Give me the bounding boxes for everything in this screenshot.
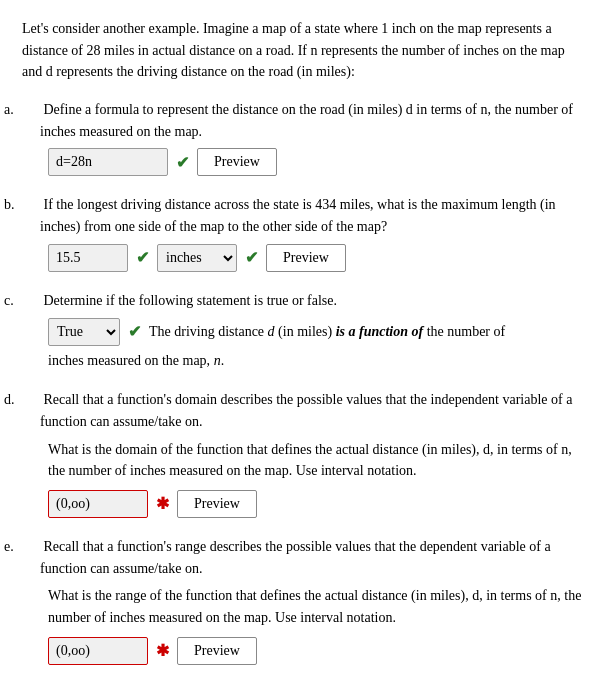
question-c-label: c. Determine if the following statement … bbox=[22, 290, 588, 312]
question-b-input-row: ✔ inches miles feet ✔ Preview bbox=[48, 244, 588, 272]
intro-paragraph: Let's consider another example. Imagine … bbox=[22, 18, 588, 83]
question-d-input[interactable] bbox=[48, 490, 148, 518]
function-phrase: is a function of bbox=[336, 324, 424, 339]
question-a-input[interactable] bbox=[48, 148, 168, 176]
question-d-preview-button[interactable]: Preview bbox=[177, 490, 257, 518]
question-a-input-row: ✔ Preview bbox=[48, 148, 588, 176]
question-d-letter: d. bbox=[22, 389, 40, 411]
question-a-text: Define a formula to represent the distan… bbox=[40, 102, 573, 139]
question-d-input-row: ✱ Preview bbox=[48, 490, 588, 518]
question-b-unit-check-icon: ✔ bbox=[245, 248, 258, 267]
question-b-input[interactable] bbox=[48, 244, 128, 272]
question-c-text: Determine if the following statement is … bbox=[44, 293, 338, 308]
question-c-truefalse-select[interactable]: True False bbox=[48, 318, 120, 346]
question-e-preview-button[interactable]: Preview bbox=[177, 637, 257, 665]
question-a: a. Define a formula to represent the dis… bbox=[22, 99, 588, 176]
question-e-text2: What is the range of the function that d… bbox=[48, 585, 588, 628]
question-d-label: d. Recall that a function's domain descr… bbox=[22, 389, 588, 432]
question-e-star-icon: ✱ bbox=[156, 641, 169, 660]
question-b-preview-button[interactable]: Preview bbox=[266, 244, 346, 272]
question-e-letter: e. bbox=[22, 536, 40, 558]
question-a-check-icon: ✔ bbox=[176, 153, 189, 172]
question-e-input-row: ✱ Preview bbox=[48, 637, 588, 665]
question-b-unit-select[interactable]: inches miles feet bbox=[157, 244, 237, 272]
question-a-label: a. Define a formula to represent the dis… bbox=[22, 99, 588, 142]
variable-n: n bbox=[214, 353, 221, 368]
question-b-text: If the longest driving distance across t… bbox=[40, 197, 556, 234]
question-b: b. If the longest driving distance acros… bbox=[22, 194, 588, 271]
question-c-input-row: True False ✔ The driving distance d (in … bbox=[48, 318, 588, 346]
question-c: c. Determine if the following statement … bbox=[22, 290, 588, 371]
question-c-inline-text: The driving distance d (in miles) is a f… bbox=[149, 321, 505, 343]
question-e-label: e. Recall that a function's range descri… bbox=[22, 536, 588, 579]
question-e-text1: Recall that a function's range describes… bbox=[40, 539, 551, 576]
question-a-preview-button[interactable]: Preview bbox=[197, 148, 277, 176]
question-c-sub-text: inches measured on the map, n. bbox=[48, 350, 588, 372]
question-a-letter: a. bbox=[22, 99, 40, 121]
variable-d: d bbox=[268, 324, 275, 339]
question-d-star-icon: ✱ bbox=[156, 494, 169, 513]
question-d: d. Recall that a function's domain descr… bbox=[22, 389, 588, 518]
question-c-letter: c. bbox=[22, 290, 40, 312]
question-b-check-icon: ✔ bbox=[136, 248, 149, 267]
question-d-text1: Recall that a function's domain describe… bbox=[40, 392, 572, 429]
question-e-input[interactable] bbox=[48, 637, 148, 665]
question-b-letter: b. bbox=[22, 194, 40, 216]
question-d-text2: What is the domain of the function that … bbox=[48, 439, 588, 482]
question-b-label: b. If the longest driving distance acros… bbox=[22, 194, 588, 237]
question-e: e. Recall that a function's range descri… bbox=[22, 536, 588, 665]
question-c-check-icon: ✔ bbox=[128, 322, 141, 341]
